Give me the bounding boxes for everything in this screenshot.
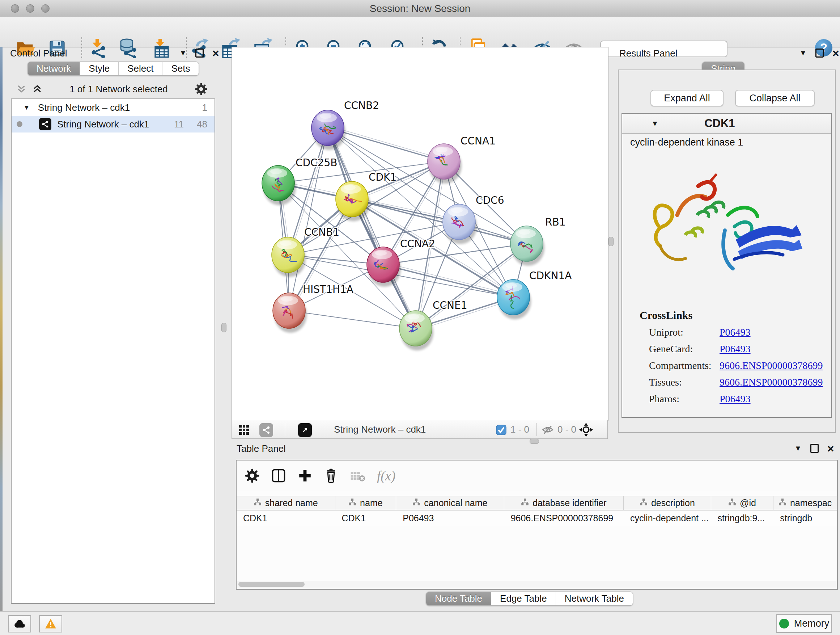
crosslink-value-link[interactable]: P06493 [720, 326, 751, 338]
birdseye-toggle-icon[interactable] [578, 422, 594, 439]
node-CCNA2[interactable] [367, 247, 401, 287]
table-panel-title: Table Panel [237, 443, 286, 454]
crosslink-value-link[interactable]: 9606.ENSP00000378699 [720, 377, 823, 388]
panel-float-icon[interactable] [195, 49, 204, 57]
node-HIST1H1A[interactable] [273, 293, 307, 333]
expand-all-tree-icon[interactable] [16, 84, 27, 95]
footer-separator [537, 423, 537, 436]
tab-network[interactable]: Network [28, 62, 80, 75]
gear-icon[interactable] [195, 82, 208, 96]
column-label: namespac [790, 498, 832, 508]
column-header-namespac[interactable]: namespac [774, 496, 837, 510]
cloud-icon [13, 619, 26, 629]
network-collection-row[interactable]: ▼ String Network – cdk1 1 [11, 99, 215, 116]
collapse-entry-icon[interactable]: ▼ [651, 119, 659, 128]
node-CCNE1[interactable] [399, 310, 433, 350]
panel-float-icon[interactable] [815, 49, 824, 57]
desktop-edge [0, 47, 3, 612]
node-CDC25B[interactable] [262, 165, 296, 205]
crosslink-value-link[interactable]: P06493 [720, 343, 751, 355]
node-CDKN1A[interactable] [497, 279, 531, 319]
crosslink-row: GeneCard:P06493 [639, 343, 824, 355]
control-panel: Control Panel ▼ × NetworkStyleSelectSets… [3, 47, 216, 609]
table-cell[interactable]: CDK1 [335, 510, 396, 526]
node-label-CDC25B: CDC25B [295, 157, 338, 169]
node-label-RB1: RB1 [545, 216, 565, 228]
title-bar: Session: New Session [0, 0, 840, 17]
control-panel-title: Control Panel [10, 48, 67, 59]
tab-network-table[interactable]: Network Table [556, 592, 633, 605]
memory-button[interactable]: Memory [776, 614, 832, 633]
warning-icon [44, 618, 57, 630]
edge-HIST1H1A-CCNE1[interactable] [289, 310, 416, 328]
column-header-shared-name[interactable]: shared name [237, 496, 335, 510]
table-gear-icon[interactable] [245, 468, 260, 483]
crosslink-value-link[interactable]: 9606.ENSP00000378699 [720, 360, 823, 371]
table-cell[interactable]: 9606.ENSP00000378699 [504, 510, 624, 526]
panel-close-icon[interactable]: × [212, 50, 219, 57]
column-header-description[interactable]: description [624, 496, 711, 510]
node-label-CCNE1: CCNE1 [433, 299, 467, 311]
panel-close-icon[interactable]: × [827, 445, 834, 452]
table-hscrollbar[interactable] [237, 581, 836, 587]
delete-column-icon[interactable] [324, 468, 339, 484]
node-details-header[interactable]: ▼ CDK1 [622, 114, 831, 134]
string-badge-icon[interactable] [259, 423, 273, 437]
table-cell[interactable]: P06493 [396, 510, 504, 526]
gene-description: cyclin-dependent kinase 1 [630, 137, 743, 148]
tab-style[interactable]: Style [80, 62, 118, 75]
left-splitter-handle[interactable] [221, 323, 226, 333]
column-header-name[interactable]: name [335, 496, 396, 510]
column-type-icon [728, 498, 736, 508]
collection-count: 1 [202, 102, 207, 113]
column-header--id[interactable]: @id [711, 496, 774, 510]
network-row[interactable]: String Network – cdk1 11 48 [11, 116, 215, 133]
column-header-canonical-name[interactable]: canonical name [396, 496, 504, 510]
panel-menu-icon[interactable]: ▼ [180, 49, 187, 57]
node-RB1[interactable] [510, 226, 545, 266]
network-edge-count: 48 [197, 119, 207, 130]
table-row[interactable]: CDK1CDK1P064939606.ENSP00000378699cyclin… [237, 510, 837, 526]
node-CDC6[interactable] [443, 204, 477, 244]
panel-close-icon[interactable]: × [832, 50, 839, 57]
status-bar: Memory [0, 611, 840, 635]
results-panel-title: Results Panel [619, 48, 677, 59]
network-graph[interactable]: CCNB2CCNA1CDC25BCDK1CDC6RB1CCNB1CCNA2CDK… [232, 48, 608, 420]
control-panel-tabs: NetworkStyleSelectSets [27, 62, 199, 76]
crosslink-value-link[interactable]: P06493 [720, 393, 751, 405]
table-cell[interactable]: cyclin-dependent ... [624, 510, 711, 526]
open-in-window-icon[interactable] [298, 423, 312, 437]
tab-edge-table[interactable]: Edge Table [491, 592, 556, 605]
cloud-status-button[interactable] [8, 615, 31, 632]
column-header-database-identifier[interactable]: database identifier [504, 496, 624, 510]
select-columns-icon[interactable] [271, 468, 286, 484]
collapse-all-button[interactable]: Collapse All [735, 90, 815, 106]
panel-menu-icon[interactable]: ▼ [794, 444, 802, 453]
column-label: description [651, 498, 695, 508]
hidden-eye-icon[interactable] [542, 424, 554, 437]
warnings-button[interactable] [39, 615, 62, 632]
edge-evidence-line [328, 126, 445, 160]
tab-select[interactable]: Select [118, 62, 162, 75]
table-cell[interactable]: stringdb:9... [711, 510, 774, 526]
collection-expand-icon[interactable]: ▼ [23, 103, 30, 111]
node-CCNA1[interactable] [428, 144, 462, 184]
node-CCNB2[interactable] [311, 110, 346, 150]
gene-name: CDK1 [659, 117, 781, 130]
grid-view-icon[interactable] [239, 425, 249, 435]
table-cell[interactable]: stringdb [774, 510, 837, 526]
network-canvas[interactable]: CCNB2CCNA1CDC25BCDK1CDC6RB1CCNB1CCNA2CDK… [232, 47, 608, 421]
network-selector-bar: 1 of 1 Network selected [11, 81, 213, 97]
node-CDK1[interactable] [336, 181, 370, 221]
expand-all-button[interactable]: Expand All [651, 90, 723, 106]
table-cell[interactable]: CDK1 [237, 510, 335, 526]
table-hscrollbar-thumb[interactable] [238, 582, 305, 587]
footer-separator [285, 423, 285, 436]
tab-node-table[interactable]: Node Table [426, 592, 491, 605]
selected-checkbox[interactable] [496, 424, 507, 437]
add-column-icon[interactable] [297, 468, 313, 483]
panel-menu-icon[interactable]: ▼ [799, 49, 807, 57]
panel-float-icon[interactable] [810, 444, 819, 453]
tab-sets[interactable]: Sets [162, 62, 199, 75]
collapse-all-tree-icon[interactable] [32, 84, 43, 95]
